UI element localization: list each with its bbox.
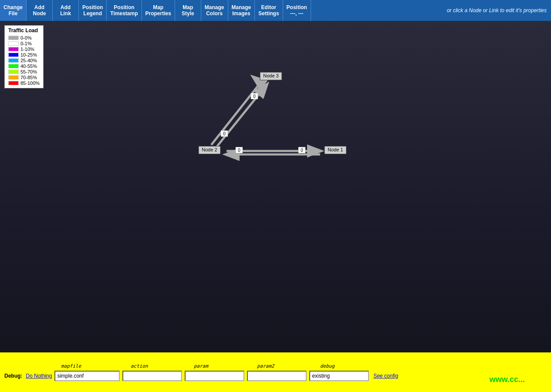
branding: www.cc...	[490, 375, 525, 384]
legend-label-4: 25-40%	[20, 58, 37, 63]
legend-color-8	[8, 81, 19, 85]
legend-color-6	[8, 70, 19, 74]
add-link-button[interactable]: Add Link	[53, 0, 79, 21]
position-legend-button[interactable]: Position Legend	[79, 0, 107, 21]
manage-images-button[interactable]: Manage Images	[228, 0, 255, 21]
legend-label-0: 0-0%	[20, 35, 32, 40]
legend-color-0	[8, 36, 19, 40]
legend-label-8: 85-100%	[20, 80, 40, 86]
manage-colors-button[interactable]: Manage Colors	[201, 0, 228, 21]
legend-color-2	[8, 47, 19, 51]
debug-label: Debug:	[4, 373, 22, 379]
see-config-link[interactable]: See config	[373, 373, 398, 379]
legend-label-2: 1-10%	[20, 47, 34, 52]
debug-bar: mapfile action param param2 debug Debug:…	[0, 352, 551, 392]
position-timestamp-button[interactable]: Position Timestamp	[107, 0, 142, 21]
map-canvas[interactable]: Traffic Load 0-0% 0-1% 1-10% 10-25% 25-4…	[0, 21, 551, 352]
hint-text: or click a Node or Link to edit it's pro…	[311, 0, 551, 21]
debug-input[interactable]	[309, 371, 369, 381]
legend-color-5	[8, 64, 19, 68]
add-node-button[interactable]: Add Node	[27, 0, 53, 21]
map-properties-button[interactable]: Map Properties	[142, 0, 175, 21]
legend-color-7	[8, 75, 19, 80]
toolbar: Change File Add Node Add Link Position L…	[0, 0, 551, 21]
legend-item-6: 55-70%	[8, 69, 40, 74]
hint-label: or click a Node or Link to edit it's pro…	[447, 7, 547, 13]
legend-item-3: 10-25%	[8, 52, 40, 57]
link1-forward-label: 0	[238, 148, 240, 153]
link2-forward[interactable]	[211, 83, 260, 145]
legend-item-8: 85-100%	[8, 80, 40, 86]
action-input[interactable]	[122, 371, 182, 381]
map-style-button[interactable]: Map Style	[175, 0, 201, 21]
link1-back-label: 0	[301, 148, 303, 153]
legend-label-5: 40-55%	[20, 64, 37, 69]
legend-color-1	[8, 41, 19, 46]
legend-title: Traffic Load	[8, 27, 40, 34]
change-file-button[interactable]: Change File	[0, 0, 27, 21]
legend-label-1: 0-1%	[20, 41, 32, 46]
legend-item-4: 25-40%	[8, 58, 40, 63]
param2-input[interactable]	[247, 371, 307, 381]
map-svg[interactable]: 0 0 0 0 Node 3 Node 2 Node 1	[0, 21, 551, 352]
col-label-debug: debug	[320, 363, 383, 369]
editor-settings-button[interactable]: Editor Settings	[255, 0, 283, 21]
legend-item-1: 0-1%	[8, 41, 40, 46]
legend: Traffic Load 0-0% 0-1% 1-10% 10-25% 25-4…	[4, 25, 44, 88]
col-label-param2: param2	[257, 363, 320, 369]
do-nothing-link[interactable]: Do Nothing	[26, 373, 52, 379]
mapfile-input[interactable]	[54, 371, 120, 381]
legend-item-7: 70-85%	[8, 75, 40, 80]
param-input[interactable]	[185, 371, 244, 381]
link2-label2: 0	[253, 94, 256, 99]
legend-label-7: 70-85%	[20, 75, 37, 80]
legend-item-5: 40-55%	[8, 64, 40, 69]
col-label-action: action	[131, 363, 194, 369]
legend-item-2: 1-10%	[8, 47, 40, 52]
legend-label-6: 55-70%	[20, 69, 37, 74]
node2-label[interactable]: Node 2	[202, 147, 217, 152]
col-label-mapfile: mapfile	[61, 363, 131, 369]
legend-label-3: 10-25%	[20, 52, 37, 57]
col-label-param: param	[194, 363, 257, 369]
link2-back[interactable]	[216, 85, 267, 147]
position-coords-button[interactable]: Position ---, ---	[283, 0, 311, 21]
node1-label[interactable]: Node 1	[328, 147, 343, 152]
node3-label[interactable]: Node 3	[263, 73, 278, 78]
legend-color-4	[8, 58, 19, 63]
legend-item-0: 0-0%	[8, 35, 40, 40]
legend-color-3	[8, 53, 19, 57]
link2-label1: 0	[223, 131, 226, 136]
